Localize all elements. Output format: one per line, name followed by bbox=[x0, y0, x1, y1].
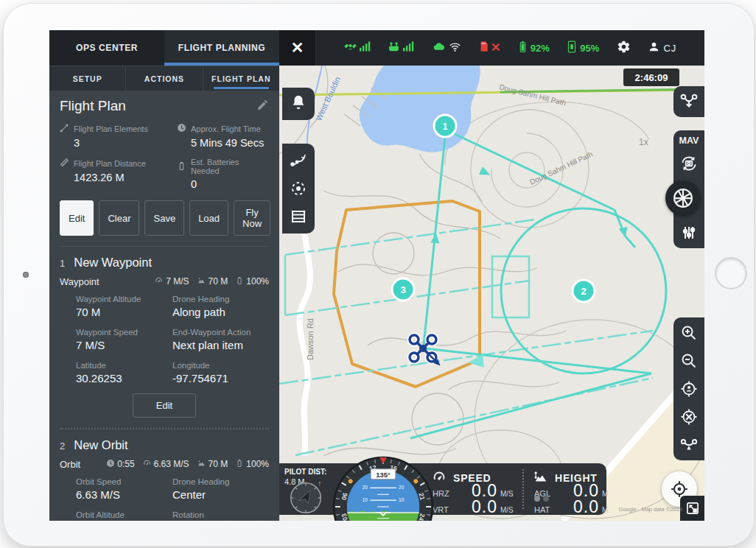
map-view-toggle-button[interactable] bbox=[680, 496, 704, 521]
status-bar: ✕ 9 bbox=[279, 30, 704, 66]
signal-bars-icon bbox=[403, 41, 414, 55]
zoom-level-indicator: 1x bbox=[639, 137, 648, 147]
element-index: 2 bbox=[60, 440, 65, 452]
heading-readout: 135° bbox=[376, 471, 391, 479]
pencil-icon[interactable] bbox=[256, 99, 269, 114]
drone-map-mode-button[interactable] bbox=[673, 431, 704, 459]
close-button[interactable]: ✕ bbox=[279, 30, 316, 66]
element-index: 1 bbox=[60, 258, 65, 269]
detail-longitude: Longitude-97.754671 bbox=[172, 361, 269, 384]
plan-element-waypoint: 1 New Waypoint Waypoint 7 M/S 70 M 100% … bbox=[60, 247, 269, 429]
detail-orbit-rotation: RotationClockwise bbox=[172, 510, 269, 521]
waypoint-marker-3[interactable]: 3 bbox=[392, 278, 414, 301]
wifi-icon bbox=[449, 41, 461, 55]
gauge-icon bbox=[142, 458, 152, 470]
camera-settings-sliders-button[interactable] bbox=[673, 219, 704, 247]
telemetry-bar: PILOT DIST: 4.8 M ↑ SPEED bbox=[279, 463, 606, 515]
detail-latitude: Latitude30.26253 bbox=[76, 361, 172, 384]
svg-text:10: 10 bbox=[399, 497, 405, 502]
subtab-actions[interactable]: ACTIONS bbox=[126, 66, 203, 91]
element-type: Waypoint bbox=[60, 276, 99, 287]
tablet-camera bbox=[23, 272, 29, 278]
satellite-icon bbox=[344, 41, 357, 56]
battery-icon bbox=[235, 276, 244, 287]
tab-ops-center[interactable]: OPS CENTER bbox=[49, 30, 164, 66]
stat-batteries: Est. Batteries Needed 0 bbox=[177, 158, 269, 190]
tablet-battery-icon bbox=[567, 41, 577, 56]
element-type: Orbit bbox=[60, 459, 80, 470]
svg-text:3: 3 bbox=[400, 284, 405, 295]
app-screen: OPS CENTER FLIGHT PLANNING SETUP ACTIONS… bbox=[49, 30, 704, 521]
flight-planning-panel: OPS CENTER FLIGHT PLANNING SETUP ACTIONS… bbox=[49, 30, 279, 521]
add-orbit-button[interactable] bbox=[283, 175, 314, 203]
gauge-icon bbox=[154, 275, 164, 287]
camera-controls-group: MAV bbox=[673, 130, 704, 248]
drone-remote-icon bbox=[388, 41, 400, 56]
bell-icon bbox=[290, 94, 307, 113]
waypoint-marker-1[interactable]: 1 bbox=[434, 115, 456, 137]
x-error-icon bbox=[491, 41, 500, 55]
edit-plan-button[interactable]: Edit bbox=[60, 200, 94, 236]
add-waypoint-path-button[interactable] bbox=[283, 147, 314, 175]
save-button[interactable]: Save bbox=[144, 200, 184, 236]
fly-now-button[interactable]: Fly Now bbox=[234, 200, 270, 236]
street-label: Dawson Rd bbox=[306, 318, 315, 360]
stat-flight-time: Approx. Flight Time 5 Mins 49 Secs bbox=[177, 123, 269, 149]
detail-orbit-heading: Drone HeadingCenter bbox=[172, 477, 269, 501]
clock-icon bbox=[177, 123, 186, 134]
detail-orbit-altitude: Orbit Altitude70 M bbox=[76, 510, 172, 521]
pilot-compass bbox=[288, 480, 323, 519]
attitude-indicator: 12 15 06 21 03 24 bbox=[332, 456, 434, 521]
stat-elements: Flight Plan Elements 3 bbox=[60, 123, 177, 149]
detail-waypoint-speed: Waypoint Speed7 M/S bbox=[76, 328, 172, 351]
camera-mode-toggle-button[interactable] bbox=[673, 150, 704, 178]
center-on-pilot-button[interactable] bbox=[673, 375, 704, 403]
home-button[interactable] bbox=[715, 257, 747, 289]
svg-text:1: 1 bbox=[442, 121, 447, 132]
signal-bars-icon bbox=[360, 41, 371, 55]
svg-text:20: 20 bbox=[399, 485, 405, 490]
path-icon bbox=[60, 123, 69, 134]
return-to-land-button[interactable] bbox=[673, 86, 704, 117]
map-attribution: Google - Map data ©2019 bbox=[587, 506, 682, 513]
plan-stats: Flight Plan Elements 3 Approx. Flight Ti… bbox=[60, 123, 269, 190]
center-on-drone-button[interactable] bbox=[673, 403, 704, 431]
battery-icon bbox=[235, 459, 244, 470]
element-title: New Orbit bbox=[74, 438, 127, 452]
plan-actions: Edit Clear Save Load Fly Now bbox=[60, 200, 269, 247]
subtab-flight-plan[interactable]: FLIGHT PLAN bbox=[203, 66, 279, 91]
drone-battery: 92% bbox=[518, 41, 550, 56]
mav-mode-label: MAV bbox=[679, 132, 699, 150]
plan-element-orbit: 2 New Orbit Orbit 0:55 6.63 M/S 70 M 100… bbox=[60, 429, 269, 521]
notifications-button[interactable] bbox=[282, 88, 315, 120]
altitude-icon bbox=[197, 458, 206, 470]
photo-stage: OPS CENTER FLIGHT PLANNING SETUP ACTIONS… bbox=[0, 0, 756, 548]
battery-icon bbox=[177, 161, 186, 172]
map-zoom-tools bbox=[673, 317, 704, 460]
map-svg: 1 2 3 West Bouldin Dawson Rd Doug Sahm H… bbox=[279, 66, 704, 521]
shutter-button[interactable] bbox=[665, 180, 701, 216]
sd-card-error bbox=[478, 41, 500, 55]
user-account[interactable]: CJ bbox=[648, 41, 676, 56]
zoom-out-button[interactable] bbox=[673, 347, 704, 375]
waypoint-marker-2[interactable]: 2 bbox=[573, 280, 595, 302]
gps-signal bbox=[344, 41, 371, 56]
pilot-dist-label: PILOT DIST: bbox=[284, 468, 326, 476]
element-title: New Waypoint bbox=[74, 256, 152, 270]
load-button[interactable]: Load bbox=[189, 200, 228, 236]
map-canvas[interactable]: 1 2 3 West Bouldin Dawson Rd Doug Sahm H… bbox=[279, 66, 704, 521]
plan-title: Flight Plan bbox=[60, 98, 126, 114]
svg-text:20: 20 bbox=[363, 485, 368, 490]
settings-gear[interactable] bbox=[617, 40, 631, 57]
zoom-in-button[interactable] bbox=[673, 319, 704, 347]
add-survey-button[interactable] bbox=[283, 203, 314, 231]
battery-icon bbox=[518, 41, 528, 56]
svg-text:10: 10 bbox=[363, 497, 368, 502]
panel-body: Flight Plan Flight Plan Elements 3 Appro… bbox=[49, 91, 279, 521]
tab-flight-planning[interactable]: FLIGHT PLANNING bbox=[164, 30, 279, 66]
subtab-setup[interactable]: SETUP bbox=[49, 66, 126, 91]
drone-signal bbox=[388, 41, 414, 56]
clear-button[interactable]: Clear bbox=[99, 200, 139, 236]
edit-waypoint-button[interactable]: Edit bbox=[133, 393, 196, 418]
device-battery: 95% bbox=[567, 41, 599, 56]
